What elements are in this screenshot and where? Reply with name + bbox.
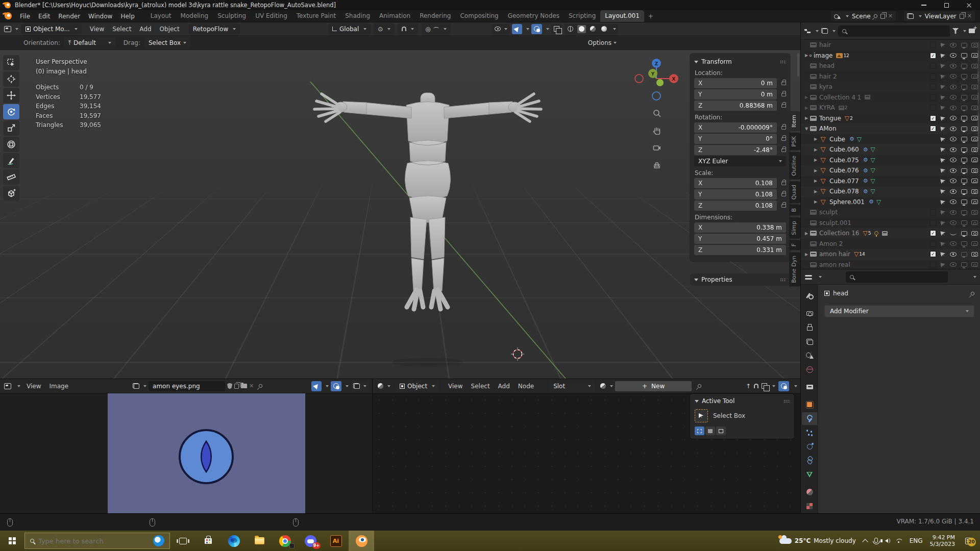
disable-in-renders-toggle[interactable] xyxy=(971,158,978,162)
value-field[interactable]: Y0 m xyxy=(694,89,777,99)
disable-in-viewports-toggle[interactable] xyxy=(961,158,967,162)
mesh-data-icon[interactable]: ▽ xyxy=(857,137,862,142)
filter-icon[interactable] xyxy=(952,28,959,34)
lock-toggle[interactable] xyxy=(777,204,786,208)
selectable-toggle[interactable] xyxy=(940,178,946,184)
expander-icon[interactable]: ▶ xyxy=(803,231,810,236)
hide-in-viewport-toggle[interactable] xyxy=(950,199,957,204)
hide-in-viewport-toggle[interactable] xyxy=(950,179,957,183)
selectable-toggle[interactable] xyxy=(940,136,946,142)
properties-search[interactable] xyxy=(846,271,948,283)
disable-in-viewports-toggle[interactable] xyxy=(961,252,967,257)
exclude-checkbox[interactable]: ✓ xyxy=(930,115,936,121)
hide-in-viewport-toggle[interactable] xyxy=(950,53,957,58)
exclude-checkbox[interactable] xyxy=(930,84,936,90)
world-properties-tab[interactable] xyxy=(802,363,817,375)
hide-in-viewport-toggle[interactable] xyxy=(950,241,957,246)
mode-selector[interactable]: Object Mo... xyxy=(21,23,82,34)
scene-copy-icon[interactable] xyxy=(880,14,885,19)
rotate-tool-button[interactable] xyxy=(3,104,19,119)
value-field[interactable]: Y0.108 xyxy=(694,189,777,199)
new-image-icon[interactable] xyxy=(234,384,239,389)
properties-editor-icon[interactable] xyxy=(805,274,813,280)
image-gizmo-toggle[interactable] xyxy=(311,381,322,391)
texture-properties-tab[interactable] xyxy=(802,500,817,513)
npanel-tab-simp[interactable]: Simp xyxy=(789,217,800,239)
value-field[interactable]: X-0.000009° xyxy=(694,122,777,133)
selectable-toggle[interactable] xyxy=(940,94,946,101)
outliner-row[interactable]: hair xyxy=(801,40,980,51)
disable-in-renders-toggle[interactable] xyxy=(971,179,978,183)
selectable-toggle[interactable] xyxy=(940,199,946,205)
drag-mode-dropdown[interactable]: Select Box xyxy=(144,37,190,48)
lock-toggle[interactable] xyxy=(777,193,786,196)
menu-view[interactable]: View xyxy=(86,26,108,33)
expander-icon[interactable]: ▶ xyxy=(812,168,819,173)
shader-type-dropdown[interactable]: Object xyxy=(396,381,439,391)
workspace-tab-geometry-nodes[interactable]: Geometry Nodes xyxy=(503,10,564,22)
viewlayer-copy-icon[interactable] xyxy=(960,14,964,19)
store-taskbar-button[interactable] xyxy=(195,531,221,551)
expander-icon[interactable]: ▶ xyxy=(803,252,810,257)
selectable-toggle[interactable] xyxy=(940,262,946,268)
hide-in-viewport-toggle[interactable] xyxy=(950,137,957,141)
disable-in-viewports-toggle[interactable] xyxy=(961,116,967,120)
selectable-toggle[interactable] xyxy=(940,105,946,111)
close-button[interactable] xyxy=(958,0,980,10)
npanel-tab-bone-dyn[interactable]: Bone Dyn xyxy=(789,252,800,286)
exclude-checkbox[interactable] xyxy=(930,73,936,80)
expander-icon[interactable]: ▶ xyxy=(812,137,819,141)
disable-in-renders-toggle[interactable] xyxy=(971,64,978,68)
disable-in-renders-toggle[interactable] xyxy=(971,199,978,204)
npanel-tab-psk[interactable]: PSK xyxy=(789,133,800,151)
outliner-row[interactable]: ▶▽Cube.075⚙▽ xyxy=(801,155,980,166)
modifier-wrench-icon[interactable]: ⚙ xyxy=(863,146,868,153)
navigation-gizmo[interactable]: Y Z X xyxy=(631,54,687,105)
selectable-toggle[interactable] xyxy=(940,241,946,247)
microphone-icon[interactable] xyxy=(874,538,878,543)
outliner-row[interactable]: ▶▽Cube.078⚙▽ xyxy=(801,186,980,197)
lock-toggle[interactable] xyxy=(777,182,786,185)
new-material-button[interactable]: + New xyxy=(615,381,692,391)
disable-in-viewports-toggle[interactable] xyxy=(961,106,967,110)
selectable-toggle[interactable] xyxy=(940,188,946,194)
workspace-tab-uv-editing[interactable]: UV Editing xyxy=(251,10,292,22)
selectable-toggle[interactable] xyxy=(940,230,946,236)
maximize-button[interactable] xyxy=(935,0,958,10)
shader-overlays-toggle[interactable] xyxy=(778,381,789,391)
outliner-row[interactable]: ▶▽Cube⚙▽ xyxy=(801,134,980,145)
modifiers-properties-tab[interactable] xyxy=(802,412,817,425)
disable-in-renders-toggle[interactable] xyxy=(971,262,978,267)
notification-center-icon[interactable]: 20 xyxy=(965,538,973,544)
scene-pin-icon[interactable] xyxy=(873,14,878,19)
disable-in-renders-toggle[interactable] xyxy=(971,220,978,225)
zoom-icon[interactable] xyxy=(651,107,663,119)
outliner-search[interactable] xyxy=(838,26,950,37)
workspace-tab-modeling[interactable]: Modeling xyxy=(176,10,213,22)
panel-drag-handle[interactable] xyxy=(780,278,786,282)
network-icon[interactable] xyxy=(895,539,902,543)
illustrator-taskbar-button[interactable]: Ai xyxy=(323,531,349,551)
hide-in-viewport-toggle[interactable] xyxy=(950,168,957,173)
hide-in-viewport-toggle[interactable] xyxy=(950,106,957,110)
menu-view[interactable]: View xyxy=(22,383,45,390)
outliner-row[interactable]: amon real xyxy=(801,260,980,269)
lock-toggle[interactable] xyxy=(777,82,786,85)
render-properties-tab[interactable] xyxy=(802,307,817,319)
panel-drag-handle[interactable] xyxy=(780,60,786,64)
disable-in-renders-toggle[interactable] xyxy=(971,127,978,131)
menu-object[interactable]: Object xyxy=(156,26,184,33)
scene-properties-tab[interactable] xyxy=(802,349,817,362)
exclude-checkbox[interactable] xyxy=(930,220,936,226)
explorer-taskbar-button[interactable] xyxy=(247,531,272,551)
measure-tool-button[interactable] xyxy=(3,169,19,185)
image-name-field[interactable]: amon eyes.png xyxy=(149,381,225,391)
expander-icon[interactable]: ▶ xyxy=(812,199,819,204)
value-field[interactable]: X0.108 xyxy=(694,178,777,188)
hide-in-viewport-toggle[interactable] xyxy=(950,127,957,131)
outliner-row[interactable]: ▶▽Cube.060⚙▽ xyxy=(801,144,980,155)
expander-icon[interactable]: ▶ xyxy=(812,189,819,194)
shader-editor[interactable]: Object ViewSelectAddNode Slot + New ↑ xyxy=(372,379,800,513)
editor-type-icon[interactable] xyxy=(4,26,11,32)
pan-hand-icon[interactable] xyxy=(651,124,663,137)
